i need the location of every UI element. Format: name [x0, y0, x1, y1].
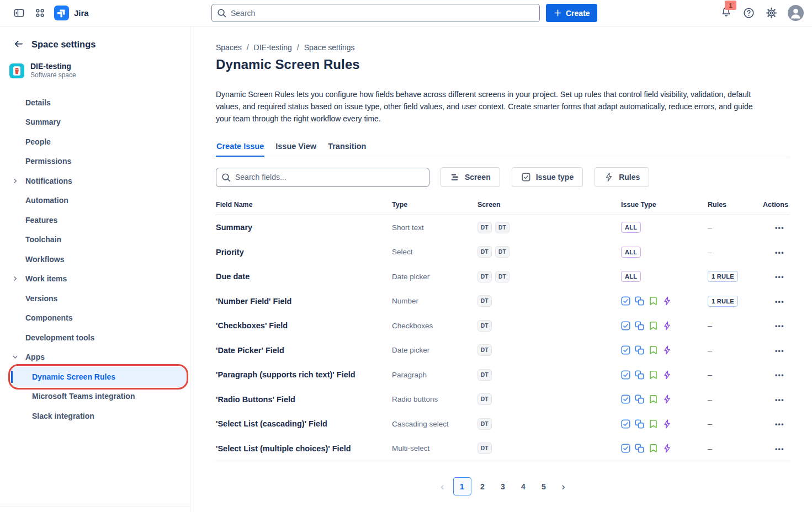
field-name-cell: 'Select List (cascading)' Field [216, 419, 392, 428]
project-avatar-icon [9, 63, 24, 78]
screen-cell: DTDT [477, 271, 621, 282]
field-type-cell: Select [392, 248, 477, 256]
breadcrumb: Spaces/DIE-testing/Space settings [216, 43, 790, 52]
sidebar-item-features[interactable]: Features [0, 210, 190, 230]
field-name-cell: 'Date Picker' Field [216, 346, 392, 355]
pagination-prev-icon[interactable]: ‹ [434, 477, 451, 495]
tab-transition[interactable]: Transition [327, 142, 367, 157]
collapse-sidebar-icon [13, 7, 25, 19]
pagination-page-4[interactable]: 4 [514, 477, 533, 495]
row-actions-button[interactable]: ••• [775, 273, 784, 281]
gear-icon[interactable] [765, 7, 778, 19]
jira-home-link[interactable]: Jira [54, 6, 89, 20]
sidebar-item-workflows[interactable]: Workflows [0, 249, 190, 269]
screen-cell: DT [477, 393, 621, 405]
tab-issue-view[interactable]: Issue View [275, 142, 317, 157]
global-search-input[interactable] [211, 4, 540, 22]
sidebar-item-apps[interactable]: Apps [0, 348, 190, 367]
back-button[interactable] [13, 39, 24, 50]
pagination-page-1[interactable]: 1 [453, 477, 471, 495]
rule-count-badge: 1 RULE [708, 271, 738, 282]
filter-button-rules[interactable]: Rules [595, 167, 649, 187]
row-actions-button[interactable]: ••• [775, 396, 784, 404]
sidebar-item-toolchain[interactable]: Toolchain [0, 230, 190, 250]
field-type-cell: Paragraph [392, 371, 477, 379]
screen-cell: DT [477, 369, 621, 381]
rules-cell: – [708, 370, 763, 380]
help-icon[interactable] [742, 7, 755, 19]
sidebar-item-people[interactable]: People [0, 132, 190, 152]
sidebar-item-label: Slack integration [0, 412, 94, 420]
row-actions-button[interactable]: ••• [775, 371, 784, 379]
sidebar-item-dynamic-screen-rules[interactable]: Dynamic Screen Rules [0, 367, 190, 387]
epic-icon [662, 419, 672, 429]
sidebar-item-label: Summary [0, 118, 61, 126]
screen-cell: DT [477, 344, 621, 356]
row-actions-button[interactable]: ••• [775, 249, 784, 257]
subtask-icon [635, 444, 644, 453]
sidebar-item-notifications[interactable]: Notifications [0, 171, 190, 191]
issue-type-cell [621, 444, 708, 453]
collapse-sidebar-button[interactable] [12, 6, 26, 20]
sidebar-item-details[interactable]: Details [0, 93, 190, 113]
filter-button-screen[interactable]: Screen [441, 167, 500, 187]
search-icon [216, 8, 227, 18]
fields-table: Field NameTypeScreenIssue TypeRulesActio… [216, 201, 790, 461]
row-actions-button[interactable]: ••• [775, 298, 784, 306]
breadcrumb-item-die-testing[interactable]: DIE-testing [254, 43, 292, 52]
row-actions-button[interactable]: ••• [775, 445, 784, 453]
notifications-button[interactable]: 1 [720, 6, 733, 20]
pagination-next-icon[interactable]: › [555, 477, 572, 495]
row-actions-button[interactable]: ••• [775, 322, 784, 330]
story-icon [649, 296, 658, 306]
table-row: 'Paragraph (supports rich text)' FieldPa… [216, 362, 790, 387]
rules-cell: – [708, 247, 763, 257]
table-row: PrioritySelectDTDTALL–••• [216, 240, 790, 265]
epic-icon [662, 394, 672, 404]
story-icon [649, 321, 658, 330]
sidebar-item-microsoft-teams-integration[interactable]: Microsoft Teams integration [0, 387, 190, 407]
pagination-page-3[interactable]: 3 [494, 477, 512, 495]
create-button[interactable]: Create [546, 4, 597, 22]
row-actions-button[interactable]: ••• [775, 420, 784, 428]
row-actions-button[interactable]: ••• [775, 347, 784, 355]
rules-cell: – [708, 419, 763, 429]
search-icon [221, 172, 231, 183]
field-type-cell: Multi-select [392, 444, 477, 452]
pagination-page-5[interactable]: 5 [535, 477, 553, 495]
table-header: Field NameTypeScreenIssue TypeRulesActio… [216, 201, 790, 215]
rules-cell: – [708, 444, 763, 454]
actions-cell: ••• [763, 370, 790, 380]
breadcrumb-item-spaces[interactable]: Spaces [216, 43, 242, 52]
sidebar-item-components[interactable]: Components [0, 308, 190, 328]
user-avatar[interactable] [788, 5, 804, 21]
filter-button-issue-type[interactable]: Issue type [512, 167, 583, 187]
subtask-icon [635, 345, 644, 355]
sidebar-item-development-tools[interactable]: Development tools [0, 328, 190, 348]
pagination-page-2[interactable]: 2 [474, 477, 492, 495]
back-arrow-icon [13, 39, 24, 50]
actions-cell: ••• [763, 247, 790, 257]
sidebar-item-work-items[interactable]: Work items [0, 269, 190, 289]
project-type: Software space [30, 71, 76, 79]
sidebar-item-versions[interactable]: Versions [0, 289, 190, 308]
sidebar-title: Space settings [31, 39, 95, 50]
tab-bar: Create IssueIssue ViewTransition [216, 142, 790, 157]
screen-cell: DTDT [477, 222, 621, 233]
field-search-input[interactable] [216, 168, 429, 187]
row-actions-button[interactable]: ••• [775, 224, 784, 232]
breadcrumb-item-space-settings[interactable]: Space settings [304, 43, 355, 52]
screen-badge: DT [477, 320, 492, 332]
sidebar-item-slack-integration[interactable]: Slack integration [0, 406, 190, 426]
sidebar-item-permissions[interactable]: Permissions [0, 152, 190, 172]
column-header-issue-type: Issue Type [621, 201, 708, 209]
breadcrumb-separator: / [247, 43, 249, 52]
task-icon [621, 296, 630, 306]
sidebar-item-label: Versions [0, 294, 57, 303]
app-switcher-button[interactable] [34, 7, 46, 19]
issue-type-cell [621, 370, 708, 380]
sidebar-item-summary[interactable]: Summary [0, 113, 190, 132]
table-row: 'Radio Buttons' FieldRadio buttonsDT–••• [216, 387, 790, 412]
tab-create-issue[interactable]: Create Issue [216, 142, 264, 157]
sidebar-item-automation[interactable]: Automation [0, 191, 190, 211]
